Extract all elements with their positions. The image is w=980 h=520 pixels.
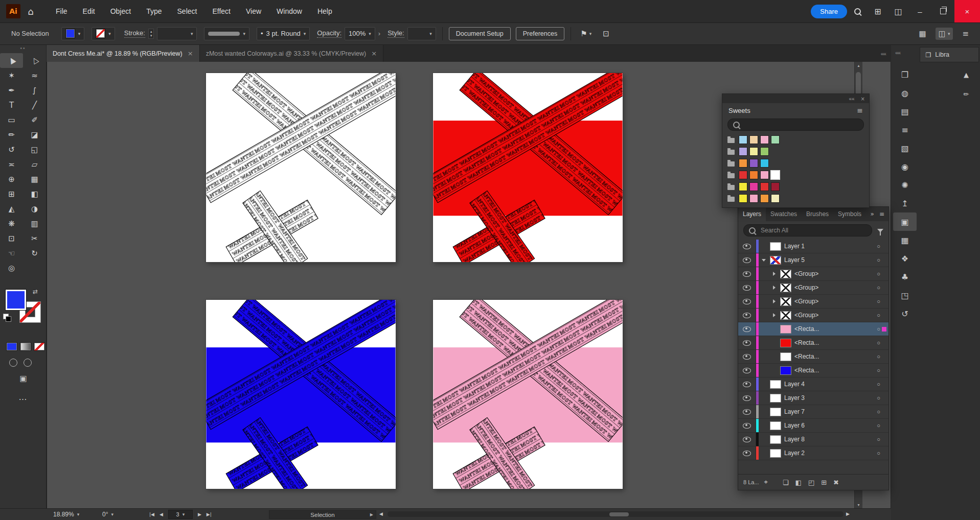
color-button[interactable] xyxy=(6,342,17,351)
color-swatch[interactable] xyxy=(739,171,747,179)
stroke-color-dropdown[interactable]: ▾ xyxy=(92,27,115,40)
draw-icon[interactable]: ✏ xyxy=(958,87,974,101)
line-segment-tool[interactable]: ╱ xyxy=(23,98,46,112)
scrollbar-thumb[interactable] xyxy=(609,512,629,516)
style-label[interactable]: Style: xyxy=(388,29,404,38)
target-circle[interactable]: ○ xyxy=(877,436,880,442)
visibility-toggle[interactable] xyxy=(738,446,756,460)
color-swatch[interactable] xyxy=(749,171,758,179)
color-swatch[interactable] xyxy=(749,194,758,203)
color-swatch[interactable] xyxy=(771,171,780,179)
scroll-down-icon[interactable]: ▾ xyxy=(855,503,862,507)
layer-thumbnail[interactable] xyxy=(770,256,781,265)
stroke-label[interactable]: Stroke: xyxy=(124,29,145,38)
artboard-outline[interactable]: MOST WANTED xyxy=(206,73,396,262)
status-menu-icon[interactable]: ▶ xyxy=(370,512,373,517)
layer-thumbnail[interactable] xyxy=(770,394,781,403)
rectangle-tool[interactable]: ▭ xyxy=(0,112,23,127)
layer-name[interactable]: Layer 7 xyxy=(784,408,805,415)
sweets-search-input[interactable] xyxy=(744,121,858,129)
target-circle[interactable]: ○ xyxy=(877,326,880,332)
color-swatch[interactable] xyxy=(749,135,758,144)
visibility-toggle[interactable] xyxy=(738,322,756,336)
layer-thumbnail[interactable] xyxy=(770,408,781,416)
3d-materials-icon[interactable]: ❒ xyxy=(893,65,917,84)
folder-icon[interactable] xyxy=(727,197,735,202)
target-circle[interactable]: ○ xyxy=(877,285,880,291)
layer-thumbnail[interactable] xyxy=(780,283,791,292)
visibility-toggle[interactable] xyxy=(738,240,756,253)
visibility-toggle[interactable] xyxy=(738,336,756,349)
document-tab[interactable]: zMost wanted Colorways.ai @ 33.33 % (CMY… xyxy=(200,45,383,62)
layer-row[interactable]: Layer 7○ xyxy=(738,405,888,419)
menu-item[interactable]: Window xyxy=(269,0,310,22)
target-circle[interactable]: ○ xyxy=(877,340,880,346)
default-fill-stroke-icon[interactable] xyxy=(3,314,11,322)
folder-icon[interactable] xyxy=(727,173,735,178)
width-profile-dropdown[interactable]: ▾ xyxy=(204,27,249,40)
delete-icon[interactable]: ✖ xyxy=(833,479,839,486)
layer-name[interactable]: Layer 1 xyxy=(784,243,805,250)
expand-chevron-icon[interactable] xyxy=(771,286,777,290)
color-swatch[interactable] xyxy=(749,147,758,156)
layer-row[interactable]: <Group>○ xyxy=(738,309,888,322)
layer-row[interactable]: Layer 3○ xyxy=(738,391,888,405)
target-circle[interactable]: ○ xyxy=(877,243,880,249)
direct-selection-tool[interactable]: ▷ xyxy=(23,53,46,68)
arrange-documents-icon[interactable]: ▦ ▾ xyxy=(916,28,929,40)
pencil-tool[interactable]: ✏ xyxy=(0,127,23,142)
collapse-dock-icon[interactable]: «« xyxy=(881,51,891,57)
layer-name[interactable]: Layer 8 xyxy=(784,436,805,443)
close-tab-icon[interactable]: × xyxy=(371,50,377,57)
rotation-dropdown[interactable]: 0° ▾ xyxy=(102,509,113,520)
layer-row[interactable]: Layer 4○ xyxy=(738,377,888,391)
layer-name[interactable]: <Group> xyxy=(794,284,818,291)
rotate-tool[interactable]: ↺ xyxy=(0,142,23,157)
new-layer-icon[interactable]: ⊞ xyxy=(821,479,827,486)
menu-item[interactable]: File xyxy=(48,0,75,22)
color-swatch[interactable] xyxy=(739,194,747,203)
layers-search-input[interactable] xyxy=(760,226,867,234)
next-artboard-icon[interactable]: ▶ xyxy=(198,512,201,517)
expand-chevron-icon[interactable] xyxy=(761,259,767,262)
hand-tool[interactable]: ☜ xyxy=(0,246,23,261)
panel-menu-icon[interactable]: ≡ xyxy=(879,210,884,218)
layer-row[interactable]: Layer 2○ xyxy=(738,446,888,460)
eyedropper-tool[interactable]: ◭ xyxy=(0,201,23,216)
gradient-icon[interactable]: ◉ xyxy=(893,157,917,176)
layer-thumbnail[interactable] xyxy=(780,352,791,361)
tab-brushes[interactable]: Brushes xyxy=(802,207,833,221)
mesh-tool[interactable]: ⊞ xyxy=(0,186,23,201)
rotate-view-tool[interactable]: ↻ xyxy=(23,246,46,261)
visibility-toggle[interactable] xyxy=(738,377,756,391)
layer-thumbnail[interactable] xyxy=(770,421,781,430)
document-info-icon[interactable]: ▤ xyxy=(893,102,917,121)
share-button[interactable]: Share xyxy=(811,5,847,18)
gradient-button[interactable] xyxy=(20,342,31,351)
layer-name[interactable]: Layer 6 xyxy=(784,422,805,429)
artboard-number-field[interactable]: 3 ▾ xyxy=(168,510,193,519)
expand-chevron-icon[interactable] xyxy=(771,299,777,303)
color-swatch[interactable] xyxy=(739,135,747,144)
layer-name[interactable]: <Recta... xyxy=(794,353,819,360)
target-circle[interactable]: ○ xyxy=(877,409,880,415)
layer-thumbnail[interactable] xyxy=(770,380,781,389)
draw-behind-icon[interactable] xyxy=(24,359,32,367)
color-swatch[interactable] xyxy=(739,182,747,191)
selection-tool[interactable]: ▶ xyxy=(0,53,23,68)
slice-tool[interactable]: ✂ xyxy=(23,231,46,246)
expand-panel-icon[interactable]: » xyxy=(871,210,874,218)
visibility-toggle[interactable] xyxy=(738,281,756,294)
layer-row[interactable]: Layer 5○ xyxy=(738,253,888,267)
close-panel-icon[interactable]: × xyxy=(861,96,865,102)
scroll-up-icon[interactable]: ▴ xyxy=(855,63,862,68)
menu-item[interactable]: Type xyxy=(139,0,169,22)
layer-thumbnail[interactable] xyxy=(780,311,791,320)
artboard-pink[interactable]: MOST WANTED xyxy=(433,300,623,489)
layer-row[interactable]: <Group>○ xyxy=(738,267,888,281)
color-swatch[interactable] xyxy=(739,147,747,156)
panel-grip[interactable]: •• xyxy=(0,45,46,53)
shape-builder-tool[interactable]: ⊕ xyxy=(0,172,23,186)
appearance-icon[interactable]: ▧ xyxy=(893,139,917,157)
visibility-toggle[interactable] xyxy=(738,364,756,377)
